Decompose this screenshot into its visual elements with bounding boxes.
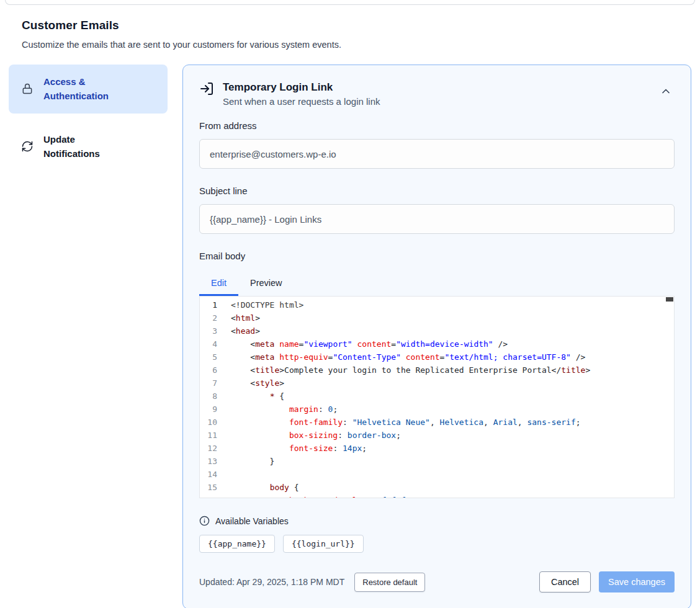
sync-icon bbox=[21, 140, 34, 153]
sidebar-item-label: Access & Authentication bbox=[43, 74, 125, 104]
panel-footer: Updated: Apr 29, 2025, 1:18 PM MDT Resto… bbox=[199, 571, 675, 592]
from-address-label: From address bbox=[199, 120, 675, 131]
line-number: 6 bbox=[200, 364, 217, 377]
editor-scrollbar[interactable] bbox=[666, 297, 673, 302]
code-text: <meta name="viewport" content="width=dev… bbox=[217, 338, 508, 351]
panel-subtitle: Sent when a user requests a login link bbox=[223, 96, 380, 107]
line-number: 9 bbox=[200, 403, 217, 416]
tab-edit[interactable]: Edit bbox=[199, 271, 238, 296]
email-body-label: Email body bbox=[199, 251, 675, 261]
code-line[interactable]: 4 <meta name="viewport" content="width=d… bbox=[200, 338, 674, 351]
line-number: 16 bbox=[200, 494, 217, 498]
page-title: Customer Emails bbox=[22, 19, 691, 32]
updated-timestamp: Updated: Apr 29, 2025, 1:18 PM MDT bbox=[199, 577, 344, 587]
sidebar-item-label: Update Notifications bbox=[43, 132, 125, 161]
collapse-panel-button[interactable] bbox=[660, 85, 672, 99]
line-number: 2 bbox=[200, 311, 217, 324]
sidebar: Access & AuthenticationUpdate Notificati… bbox=[9, 65, 168, 171]
code-text: body { bbox=[217, 481, 299, 494]
line-number: 7 bbox=[200, 377, 217, 390]
customer-emails-page: Customer Emails Customize the emails tha… bbox=[0, 0, 700, 608]
code-text: <html> bbox=[217, 311, 260, 324]
code-text: <meta http-equiv="Content-Type" content=… bbox=[217, 351, 585, 364]
code-text: background-color: #f5f5f5; bbox=[217, 494, 415, 498]
code-text: <title>Complete your login to the Replic… bbox=[217, 364, 590, 377]
code-lines: 1<!DOCTYPE html>2<html>3<head>4 <meta na… bbox=[200, 298, 674, 498]
code-line[interactable]: 15 body { bbox=[200, 481, 674, 494]
code-line[interactable]: 10 font-family: "Helvetica Neue", Helvet… bbox=[200, 416, 674, 429]
code-line[interactable]: 3<head> bbox=[200, 324, 674, 338]
from-address-input[interactable] bbox=[199, 139, 675, 169]
code-text: font-family: "Helvetica Neue", Helvetica… bbox=[217, 416, 581, 429]
line-number: 12 bbox=[200, 442, 217, 455]
line-number: 15 bbox=[200, 481, 217, 494]
panel-title: Temporary Login Link bbox=[223, 81, 380, 94]
code-line[interactable]: 2<html> bbox=[200, 311, 674, 324]
line-number: 4 bbox=[200, 338, 217, 351]
line-number: 14 bbox=[200, 468, 217, 481]
cancel-button[interactable]: Cancel bbox=[539, 571, 591, 592]
sidebar-item-update-notifications[interactable]: Update Notifications bbox=[9, 122, 168, 171]
panel-header: Temporary Login Link Sent when a user re… bbox=[199, 81, 675, 107]
subject-line-label: Subject line bbox=[199, 186, 675, 196]
top-card-edge bbox=[5, 0, 695, 5]
line-number: 8 bbox=[200, 390, 217, 403]
panel-header-text: Temporary Login Link Sent when a user re… bbox=[223, 81, 380, 107]
sidebar-item-access-authentication[interactable]: Access & Authentication bbox=[9, 65, 168, 114]
code-line[interactable]: 7 <style> bbox=[200, 377, 674, 390]
code-text: * { bbox=[217, 390, 284, 403]
main-layout: Access & AuthenticationUpdate Notificati… bbox=[9, 65, 691, 608]
code-line[interactable]: 5 <meta http-equiv="Content-Type" conten… bbox=[200, 351, 674, 364]
variable-chip[interactable]: {{login_url}} bbox=[283, 535, 364, 553]
info-icon bbox=[199, 516, 210, 526]
available-variables-label: Available Variables bbox=[215, 516, 289, 526]
code-line[interactable]: 8 * { bbox=[200, 390, 674, 403]
lock-icon bbox=[21, 83, 34, 95]
restore-default-button[interactable]: Restore default bbox=[354, 573, 425, 592]
code-editor[interactable]: 1<!DOCTYPE html>2<html>3<head>4 <meta na… bbox=[199, 296, 675, 498]
tab-preview[interactable]: Preview bbox=[238, 271, 294, 296]
code-text: <!DOCTYPE html> bbox=[217, 298, 303, 311]
code-line[interactable]: 11 box-sizing: border-box; bbox=[200, 429, 674, 442]
code-text: <style> bbox=[217, 377, 284, 390]
temporary-login-link-panel: Temporary Login Link Sent when a user re… bbox=[182, 65, 691, 608]
code-text: } bbox=[217, 455, 274, 468]
save-changes-button[interactable]: Save changes bbox=[599, 571, 675, 592]
code-line[interactable]: 6 <title>Complete your login to the Repl… bbox=[200, 364, 674, 377]
code-line[interactable]: 9 margin: 0; bbox=[200, 403, 674, 416]
available-variables-row: Available Variables bbox=[199, 516, 675, 526]
page-description: Customize the emails that are sent to yo… bbox=[22, 40, 691, 50]
code-text: box-sizing: border-box; bbox=[217, 429, 401, 442]
code-line[interactable]: 16 background-color: #f5f5f5; bbox=[200, 494, 674, 498]
chevron-up-icon bbox=[660, 85, 672, 99]
code-text: <head> bbox=[217, 324, 260, 338]
code-text: margin: 0; bbox=[217, 403, 338, 416]
code-line[interactable]: 1<!DOCTYPE html> bbox=[200, 298, 674, 311]
line-number: 10 bbox=[200, 416, 217, 429]
code-line[interactable]: 14 bbox=[200, 468, 674, 481]
line-number: 1 bbox=[200, 298, 217, 311]
line-number: 5 bbox=[200, 351, 217, 364]
code-text bbox=[217, 468, 231, 481]
line-number: 13 bbox=[200, 455, 217, 468]
variable-chips: {{app_name}}{{login_url}} bbox=[199, 535, 675, 553]
variable-chip[interactable]: {{app_name}} bbox=[199, 535, 275, 553]
login-icon bbox=[199, 81, 214, 96]
code-line[interactable]: 12 font-size: 14px; bbox=[200, 442, 674, 455]
editor-tabs: EditPreview bbox=[199, 271, 675, 296]
code-text: font-size: 14px; bbox=[217, 442, 367, 455]
subject-line-input[interactable] bbox=[199, 204, 675, 234]
line-number: 3 bbox=[200, 324, 217, 338]
code-line[interactable]: 13 } bbox=[200, 455, 674, 468]
line-number: 11 bbox=[200, 429, 217, 442]
